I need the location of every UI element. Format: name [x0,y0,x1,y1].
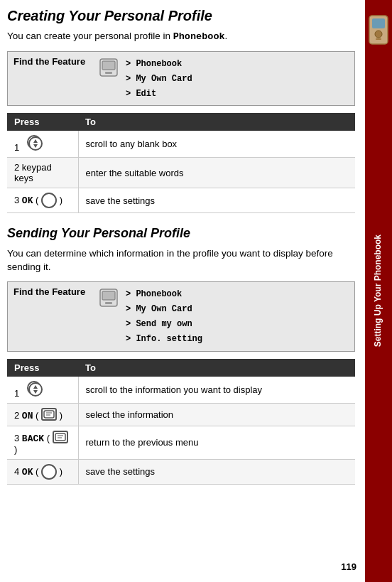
svg-rect-7 [102,291,115,300]
find-feature-label-2: Find the Feature [13,286,92,297]
find-feature-box-1: Find the Feature > Phonebook > My Own Ca… [7,51,355,107]
section1-title: Creating Your Personal Profile [7,7,355,24]
page-wrapper: Creating Your Personal Profile You can c… [0,0,392,582]
right-tab-label: Setting Up Your Phonebook [373,227,384,354]
to-cell: select the information [78,403,355,426]
svg-rect-8 [105,302,112,304]
to-cell: save the settings [78,459,355,484]
svg-rect-1 [102,61,115,70]
table-row: 1 scroll to any blank box [7,131,355,158]
svg-rect-15 [55,433,65,441]
section2-intro: You can determine which information in t… [7,247,355,274]
find-feature-box-2: Find the Feature > Phonebook > My Own Ca… [7,281,355,352]
right-tab: Setting Up Your Phonebook [365,0,392,582]
find-feature-icon-2 [99,288,119,308]
table-row: 1 scroll to the information you want to … [7,377,355,404]
table-row: 3 OK ( ) save the settings [7,188,355,213]
press-table-2: Press To 1 [7,359,355,485]
on-rect-icon [41,408,57,421]
to-cell: return to the previous menu [78,426,355,459]
press-cell: 3 OK ( ) [7,188,78,213]
svg-rect-12 [44,411,54,418]
find-feature-path-2: > Phonebook > My Own Card > Send my own … [126,286,202,347]
press-cell: 3 BACK ( ) [7,426,78,459]
find-feature-icon-1 [99,58,119,77]
svg-rect-21 [376,38,381,40]
to-cell: enter the suitable words [78,158,355,188]
table-header-row-1: Press To [7,113,355,131]
col-press-1: Press [7,113,78,131]
find-feature-path-1: > Phonebook > My Own Card > Edit [126,56,192,102]
phone-icon [368,14,389,48]
table-row: 2 ON ( ) select the information [7,403,355,426]
scroll-icon-2 [27,381,41,395]
page-number: 119 [341,561,356,572]
section1-intro: You can create your personal profile in … [7,30,355,44]
back-rect-icon [53,431,68,443]
table-row: 3 BACK ( ) return to the previous menu [7,426,355,459]
press-cell: 2 ON ( ) [7,403,78,426]
col-to-2: To [78,359,355,377]
col-press-2: Press [7,359,78,377]
press-cell: 2 keypad keys [7,158,78,188]
press-cell: 4 OK ( ) [7,459,78,484]
ok-circle-icon-2 [41,464,57,480]
press-table-1: Press To 1 [7,113,355,213]
svg-point-3 [29,137,42,150]
find-feature-label-1: Find the Feature [13,56,92,67]
section2-title: Sending Your Personal Profile [7,226,355,242]
table-row: 4 OK ( ) save the settings [7,459,355,484]
table-header-row-2: Press To [7,359,355,377]
col-to-1: To [78,113,355,131]
to-cell: save the settings [78,188,355,213]
press-cell: 1 [7,377,78,404]
to-cell: scroll to the information you want to di… [78,377,355,404]
ok-circle-icon [41,193,57,208]
svg-rect-2 [105,72,112,74]
press-cell: 1 [7,131,78,158]
scroll-icon [27,135,41,149]
main-content: Creating Your Personal Profile You can c… [0,0,365,582]
svg-point-20 [375,31,382,38]
table-row: 2 keypad keys enter the suitable words [7,158,355,188]
svg-point-9 [29,383,42,396]
to-cell: scroll to any blank box [78,131,355,158]
svg-rect-19 [372,18,385,28]
